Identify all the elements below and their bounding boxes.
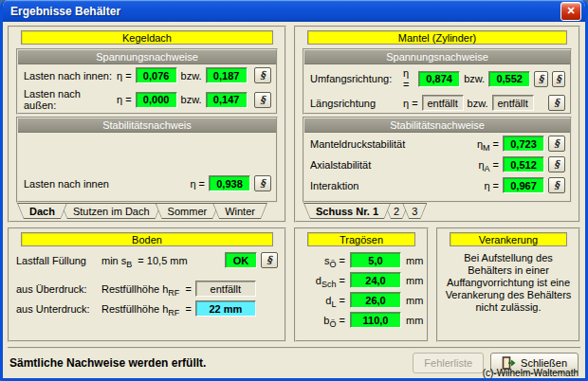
dimension-symbol: bÖ =: [305, 315, 345, 326]
eta-value: 0,938: [209, 175, 250, 191]
top-row: Kegeldach Spannungsnachweise Lasten nach…: [8, 26, 580, 223]
proof-section-icon-button[interactable]: §: [254, 67, 271, 83]
bzw-label: bzw.: [468, 98, 488, 109]
kegeldach-tabstrip: Dach Stutzen im Dach Sommer Winter: [17, 203, 281, 219]
proof-section-icon-button[interactable]: §: [548, 177, 565, 193]
dialog-client-area: Kegeldach Spannungsnachweise Lasten nach…: [3, 22, 585, 378]
tab-winter[interactable]: Winter: [212, 203, 267, 219]
section-icon: §: [554, 137, 560, 150]
tab-dach[interactable]: Dach: [17, 203, 67, 219]
eta-value-1: 0,874: [418, 71, 460, 87]
hrf-expression: Restfüllhöhe hRF =: [101, 303, 192, 315]
result-row-axialstabilitaet: Axialstabilität ηA= 0,512 §: [304, 154, 570, 174]
bottom-row: Boden Lastfall Füllung min sB = 10,5 mm …: [8, 227, 580, 342]
tragoesen-row: dL = 26,0 mm: [296, 290, 427, 310]
result-row-stabilitaet-innen: Lasten nach innen η = 0,938 §: [18, 172, 276, 193]
tragoesen-row: dSch = 24,0 mm: [296, 270, 427, 290]
proof-section-icon-button[interactable]: §: [548, 95, 565, 111]
tragoesen-row: sÖ = 5,0 mm: [296, 250, 427, 270]
close-icon: ✕: [566, 5, 575, 17]
section-icon: §: [266, 254, 272, 266]
ok-badge: OK: [225, 252, 257, 268]
section-icon: §: [538, 73, 543, 85]
hrf-value: 22 mm: [195, 300, 256, 317]
boden-ueberdruck-row: aus Überdruck: Restfüllhöhe hRF = entfäl…: [9, 279, 285, 299]
bzw-label: bzw.: [464, 73, 485, 84]
eta-value-1: entfällt: [422, 95, 464, 111]
hrf-expression: Restfüllhöhe hRF =: [101, 283, 192, 295]
row-label: Längsrichtung: [310, 98, 399, 109]
bzw-label: bzw.: [181, 94, 202, 105]
panel-boden: Boden Lastfall Füllung min sB = 10,5 mm …: [8, 227, 286, 342]
group-header-spannungsnachweise: Spannungsnachweise: [18, 50, 276, 64]
eta-value: 0,512: [503, 156, 544, 172]
status-message: Sämtliche Nachweise werden erfüllt.: [9, 356, 406, 370]
eta-symbol: ηM=: [477, 138, 499, 150]
verankerung-title: Verankerung: [450, 232, 567, 246]
eta-symbol: η=: [484, 180, 499, 191]
proof-section-icon-button[interactable]: §: [534, 71, 547, 87]
fehlerliste-button: Fehlerliste: [413, 353, 484, 373]
bzw-label: bzw.: [181, 70, 202, 82]
section-icon: §: [554, 158, 560, 171]
dimension-value: 26,0: [350, 292, 401, 308]
boden-title: Boden: [21, 232, 273, 246]
eta-equals: η =: [403, 98, 418, 109]
group-header-stabilitaetsnachweise: Stabilitätsnachweise: [304, 118, 570, 133]
section-icon: §: [260, 69, 266, 82]
section-icon: §: [260, 177, 266, 190]
group-kegeldach-spannungsnachweise: Spannungsnachweise Lasten nach innen: η …: [16, 48, 278, 115]
tab-stutzen-im-dach[interactable]: Stutzen im Dach: [61, 203, 162, 219]
tragoesen-title: Tragösen: [307, 232, 415, 246]
row-label: Lastfall Füllung: [16, 255, 98, 266]
close-button[interactable]: ✕: [560, 2, 581, 21]
proof-section-icon-button-2[interactable]: §: [552, 71, 565, 87]
boden-fuellung-row: Lastfall Füllung min sB = 10,5 mm OK §: [9, 250, 285, 270]
panel-tragoesen: Tragösen sÖ = 5,0 mm dSch = 24,0 mm dL =…: [294, 227, 429, 342]
copyright-text: (c)-Wilhelm-Waltemath: [483, 368, 579, 378]
group-header-spannungsnachweise: Spannungsnachweise: [304, 50, 570, 64]
section-icon: §: [554, 97, 560, 109]
panel-kegeldach: Kegeldach Spannungsnachweise Lasten nach…: [8, 26, 286, 223]
eta-equals: η =: [403, 67, 414, 90]
window-title: Ergebnisse Behälter: [10, 5, 560, 18]
tab-schuss-3[interactable]: 3: [402, 203, 427, 219]
unit-label: mm: [406, 275, 423, 286]
row-label: aus Überdruck:: [16, 283, 98, 295]
unit-label: mm: [406, 295, 423, 306]
mantel-title: Mantel (Zylinder): [307, 30, 567, 45]
group-header-stabilitaetsnachweis: Stabilitätsnachweis: [18, 118, 276, 133]
verankerung-note: Bei Aufstellung des Behälters in einer A…: [438, 248, 579, 318]
min-sb-expression: min sB = 10,5 mm: [101, 255, 188, 266]
group-mantel-spannungsnachweise: Spannungsnachweise Umfangsrichtung: η = …: [303, 48, 572, 115]
result-row-lasten-aussen: Lasten nach außen: η = 0,000 bzw. 0,147 …: [18, 85, 276, 113]
tab-schuss-1[interactable]: Schuss Nr. 1: [303, 203, 391, 219]
eta-value-2: 0,187: [206, 67, 248, 83]
proof-section-icon-button[interactable]: §: [261, 252, 278, 268]
result-row-interaktion: Interaktion η= 0,967 §: [304, 174, 570, 195]
proof-section-icon-button[interactable]: §: [548, 156, 565, 172]
result-row-manteldruckstabilitaet: Manteldruckstabilität ηM= 0,723 §: [304, 133, 570, 154]
eta-equals: η =: [117, 70, 132, 82]
group-kegeldach-stabilitaet: Stabilitätsnachweis Lasten nach innen η …: [16, 117, 278, 203]
eta-value: 0,967: [503, 177, 544, 193]
eta-value-2: entfällt: [492, 95, 534, 111]
eta-value-1: 0,000: [136, 92, 177, 108]
unit-label: mm: [406, 255, 423, 266]
hrf-value: entfällt: [195, 281, 256, 297]
kegeldach-title: Kegeldach: [21, 30, 273, 45]
row-label: Lasten nach außen:: [24, 88, 113, 111]
section-icon: §: [260, 94, 266, 106]
row-label: Manteldruckstabilität: [310, 138, 473, 150]
panel-verankerung: Verankerung Bei Aufstellung des Behälter…: [436, 227, 580, 342]
titlebar[interactable]: Ergebnisse Behälter ✕: [3, 0, 585, 22]
proof-section-icon-button[interactable]: §: [254, 175, 271, 191]
row-label: Interaktion: [310, 180, 480, 191]
proof-section-icon-button[interactable]: §: [548, 136, 565, 152]
dimension-value: 110,0: [350, 312, 401, 328]
eta-equals: η =: [190, 178, 205, 190]
proof-section-icon-button[interactable]: §: [254, 92, 271, 108]
row-label: aus Unterdruck:: [16, 303, 98, 315]
tab-sommer[interactable]: Sommer: [156, 203, 220, 219]
eta-value-2: 0,147: [206, 92, 248, 108]
